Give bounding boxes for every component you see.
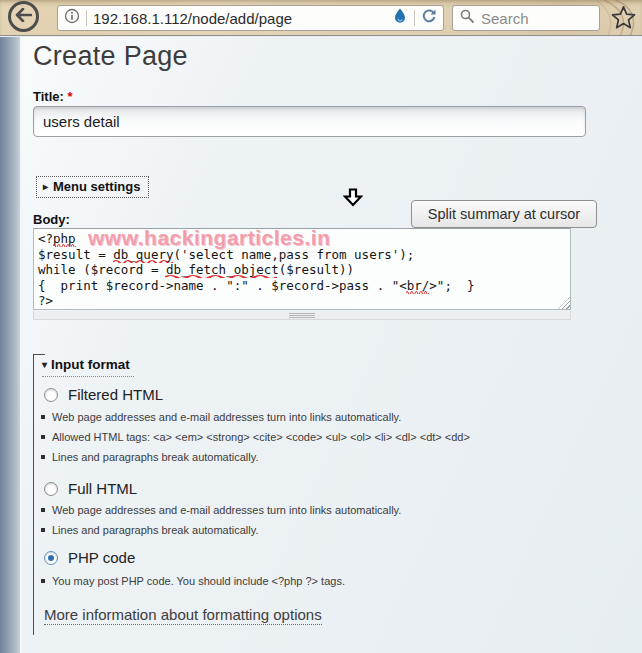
spellcheck-squiggle [406, 290, 429, 294]
formatting-options-link[interactable]: More information about formatting option… [44, 606, 322, 625]
format-note: Lines and paragraphs break automatically… [41, 451, 258, 463]
body-field-label: Body: [33, 212, 70, 227]
format-note: Web page addresses and e-mail addresses … [41, 504, 401, 516]
title-input-value: users detail [43, 113, 120, 130]
site-info-icon[interactable] [64, 8, 80, 28]
spellcheck-squiggle [165, 274, 277, 278]
square-bullet-icon [41, 508, 45, 512]
spellcheck-squiggle [113, 259, 173, 263]
format-note: Allowed HTML tags: <a> <em> <strong> <ci… [41, 431, 470, 443]
format-note: Lines and paragraphs break automatically… [41, 524, 258, 536]
bookmark-star-icon[interactable] [610, 4, 637, 35]
collapsed-arrow-icon: ▸ [43, 181, 48, 192]
back-button[interactable] [8, 1, 39, 32]
left-edge-decoration [0, 37, 22, 653]
input-format-legend-label: Input format [51, 357, 130, 372]
code-line: { print $record->name . ":" . $record->p… [38, 278, 566, 294]
radio-option-php-code[interactable]: PHP code [44, 549, 135, 566]
search-placeholder: Search [481, 10, 529, 27]
reload-button[interactable] [421, 8, 437, 28]
drupal-favicon[interactable] [392, 8, 408, 28]
expanded-arrow-icon: ▾ [42, 359, 47, 370]
format-note: You may post PHP code. You should includ… [41, 575, 345, 587]
radio-button-unselected[interactable] [44, 482, 58, 496]
url-bar[interactable]: 192.168.1.112/node/add/page [57, 5, 444, 31]
square-bullet-icon [41, 435, 45, 439]
urlbar-divider [86, 10, 87, 26]
radio-button-selected[interactable] [44, 551, 58, 565]
page-content: Create Page Title: * users detail ▸ Menu… [0, 37, 642, 653]
radio-option-filtered-html[interactable]: Filtered HTML [44, 386, 163, 403]
urlbar-divider [414, 10, 415, 26]
square-bullet-icon [41, 455, 45, 459]
split-summary-button[interactable]: Split summary at cursor [411, 200, 597, 228]
square-bullet-icon [41, 528, 45, 532]
radio-option-full-html[interactable]: Full HTML [44, 480, 137, 497]
down-arrow-annotation [343, 188, 363, 207]
code-line: while ($record = db_fetch_object($result… [38, 262, 566, 278]
title-input[interactable]: users detail [33, 106, 586, 137]
code-line: ?> [38, 293, 566, 309]
code-line: <?php [38, 231, 566, 247]
spellcheck-squiggle [53, 243, 76, 247]
format-note: Web page addresses and e-mail addresses … [41, 411, 401, 423]
page-title: Create Page [33, 41, 188, 72]
screenshot-root: 192.168.1.112/node/add/page Search Creat… [0, 0, 642, 653]
textarea-resize-grippie[interactable] [33, 311, 571, 320]
title-field-label: Title: * [33, 89, 73, 104]
required-marker: * [67, 89, 72, 104]
square-bullet-icon [41, 579, 45, 583]
radio-button-unselected[interactable] [44, 388, 58, 402]
back-arrow-icon [15, 8, 32, 26]
browser-toolbar: 192.168.1.112/node/add/page Search [0, 0, 642, 36]
menu-settings-label: Menu settings [53, 179, 140, 194]
body-textarea[interactable]: <?php $result = db_query('select name,pa… [33, 228, 571, 310]
square-bullet-icon [41, 415, 45, 419]
input-format-legend[interactable]: ▾ Input format [42, 357, 134, 377]
search-input[interactable]: Search [452, 5, 600, 31]
menu-settings-toggle[interactable]: ▸ Menu settings [36, 176, 149, 198]
input-format-fieldset: ▾ Input format Filtered HTML Web page ad… [33, 354, 586, 635]
url-text[interactable]: 192.168.1.112/node/add/page [93, 10, 386, 27]
search-icon [460, 9, 474, 27]
